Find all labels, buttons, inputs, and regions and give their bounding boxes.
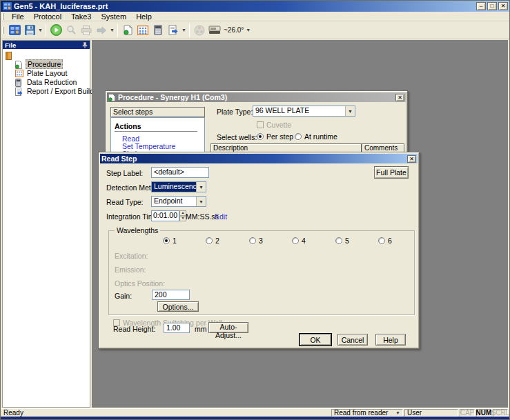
plate-type-value: 96 WELL PLATE <box>253 106 345 116</box>
wavelength-5-radio-row[interactable]: 5 <box>335 237 349 245</box>
tree-root-protocol[interactable] <box>6 51 88 59</box>
zoom-button[interactable] <box>63 23 79 38</box>
task-manager-button[interactable] <box>7 23 22 38</box>
gen5-application-window: Gen5 - KAH_luciferase.prt – □ ✕ File Pro… <box>0 0 510 420</box>
save-dropdown-arrow[interactable]: ▼ <box>37 23 43 38</box>
views-dropdown-arrow[interactable]: ▼ <box>181 23 187 38</box>
wavelength-4-radio[interactable] <box>292 237 299 244</box>
magnifier-icon <box>66 25 77 35</box>
sidebar-item-plate-layout[interactable]: Plate Layout <box>15 69 88 77</box>
procedure-dialog-titlebar: Procedure - Synergy H1 (Com3) ✕ <box>107 92 406 102</box>
run-protocol-button[interactable] <box>48 23 63 38</box>
wavelength-2-radio-row[interactable]: 2 <box>206 237 219 245</box>
options-button[interactable]: Options... <box>157 301 199 312</box>
menu-file[interactable]: File <box>7 12 29 21</box>
ok-button[interactable]: OK <box>300 334 331 346</box>
chevron-down-icon: ▼ <box>196 197 206 206</box>
sidebar-item-data-reduction[interactable]: Data Reduction <box>15 78 88 86</box>
procedure-doc-icon <box>124 25 133 35</box>
read-step-dialog: Read Step ✕ Step Label: <default> Full P… <box>98 152 420 349</box>
reader-source-value: Read from reader <box>334 409 388 417</box>
close-button[interactable]: ✕ <box>498 2 508 10</box>
auto-adjust-button[interactable]: Auto-Adjust... <box>208 322 248 333</box>
filter-wheel-icon <box>194 25 205 36</box>
read-height-label: Read Height: <box>113 325 155 333</box>
user-field[interactable]: User <box>404 409 458 417</box>
toolbar-separator <box>189 24 190 37</box>
minimize-button[interactable]: – <box>476 2 486 10</box>
read-type-dropdown[interactable]: Endpoint ▼ <box>151 196 206 207</box>
actions-divider <box>115 131 197 132</box>
save-icon <box>25 25 35 35</box>
file-tree: Procedure Plate Layout Data Reduction <box>3 49 90 98</box>
cancel-button[interactable]: Cancel <box>337 334 368 346</box>
report-export-icon <box>168 25 178 35</box>
procedure-doc-icon <box>15 61 23 68</box>
procedure-button[interactable] <box>120 23 135 38</box>
window-bottom-edge <box>1 417 509 419</box>
wavelength-3-radio[interactable] <box>249 237 256 244</box>
procedure-close-icon[interactable]: ✕ <box>395 94 404 101</box>
step-label-input[interactable]: <default> <box>151 167 209 178</box>
sidebar-item-label: Data Reduction <box>26 78 78 86</box>
filter-wheel-button[interactable] <box>192 23 207 38</box>
reader-source-dropdown[interactable]: Read from reader ▼ <box>331 409 403 417</box>
num-lock-indicator: NUM <box>476 409 491 417</box>
toolbar-grip[interactable] <box>2 27 4 34</box>
scroll-lock-indicator: SCRL <box>493 409 508 417</box>
sidebar-item-procedure[interactable]: Procedure <box>15 60 88 68</box>
emission-label: Emission: <box>115 266 146 274</box>
report-builder-button[interactable] <box>166 23 181 38</box>
toolbar-separator <box>117 24 118 37</box>
printer-icon <box>81 26 92 35</box>
save-button[interactable] <box>22 23 37 38</box>
read-step-close-icon[interactable]: ✕ <box>407 155 416 163</box>
menu-system[interactable]: System <box>96 12 131 21</box>
file-sidebar: File Procedure <box>2 40 90 408</box>
plate-layout-button[interactable] <box>135 23 150 38</box>
wavelength-6-radio-row[interactable]: 6 <box>378 237 392 245</box>
sidebar-item-report-export-builders[interactable]: Report / Export Builders <box>15 87 88 95</box>
wavelength-6-radio[interactable] <box>378 237 385 244</box>
reader-dropdown-arrow[interactable]: ▼ <box>245 23 251 38</box>
maximize-button[interactable]: □ <box>487 2 497 10</box>
at-runtime-radio-row[interactable]: At runtime <box>295 132 337 141</box>
detection-method-dropdown[interactable]: Luminescence ▼ <box>151 181 206 192</box>
wavelength-4-radio-row[interactable]: 4 <box>292 237 306 245</box>
data-reduction-button[interactable] <box>150 23 166 38</box>
per-step-radio[interactable] <box>257 133 264 140</box>
at-runtime-radio[interactable] <box>295 133 302 140</box>
wavelength-3-radio-row[interactable]: 3 <box>249 237 263 245</box>
gain-input[interactable]: 200 <box>152 290 190 300</box>
read-step-title: Read Step <box>101 154 137 163</box>
wavelength-3-label: 3 <box>259 237 263 245</box>
help-button[interactable]: Help <box>375 334 406 346</box>
integration-time-value[interactable]: 0:01.00 <box>151 210 179 221</box>
menu-take3[interactable]: Take3 <box>66 12 96 21</box>
wavelength-5-radio[interactable] <box>335 237 342 244</box>
pin-icon[interactable] <box>82 42 88 48</box>
read-height-unit: mm <box>195 325 207 333</box>
plate-type-label: Plate Type: <box>217 108 253 116</box>
integration-time-spinner[interactable]: 0:01.00 ▲ ▼ <box>151 210 186 221</box>
run-group-dropdown-arrow[interactable]: ▼ <box>109 23 115 38</box>
select-wells-label: Select wells: <box>217 133 257 141</box>
print-button[interactable] <box>79 23 94 38</box>
menubar-grip[interactable] <box>2 13 4 20</box>
menu-help[interactable]: Help <box>131 12 157 21</box>
wavelength-2-radio[interactable] <box>206 237 213 244</box>
wavelength-1-radio-row[interactable]: 1 <box>163 237 177 245</box>
procedure-dialog-icon <box>108 94 116 101</box>
full-plate-button[interactable]: Full Plate <box>374 166 409 179</box>
plate-type-dropdown[interactable]: 96 WELL PLATE ▼ <box>253 106 355 117</box>
menu-bar: File Protocol Take3 System Help <box>1 12 509 21</box>
wavelength-1-radio[interactable] <box>163 237 170 244</box>
export-button[interactable] <box>94 23 109 38</box>
gain-label: Gain: <box>115 292 132 300</box>
read-height-input[interactable]: 1.00 <box>164 323 190 333</box>
reader-control-button[interactable] <box>207 23 222 38</box>
actions-header: Actions <box>115 122 141 130</box>
per-step-radio-row[interactable]: Per step <box>257 132 293 141</box>
integration-time-edit-link[interactable]: Edit <box>215 212 227 221</box>
menu-protocol[interactable]: Protocol <box>29 12 66 21</box>
